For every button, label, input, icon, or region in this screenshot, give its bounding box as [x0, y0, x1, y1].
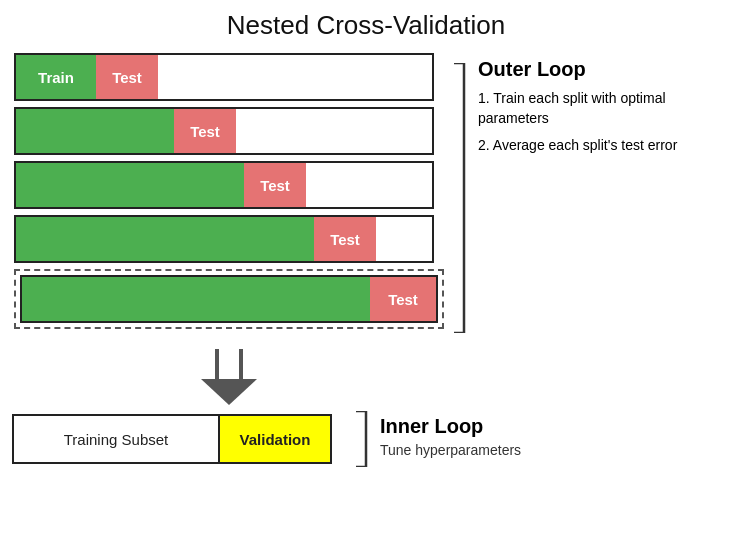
outer-bracket	[450, 53, 468, 343]
bottom-bar: Training Subset Validation	[12, 414, 332, 464]
outer-bar-3: Test	[14, 161, 434, 209]
train-segment-1: Train	[16, 55, 96, 99]
outer-loop-title: Outer Loop	[478, 58, 698, 81]
test-label-3: Test	[260, 177, 290, 194]
train-label-1: Train	[38, 69, 74, 86]
bars-container: Train Test Test Test	[14, 53, 444, 343]
dashed-box: Test	[14, 269, 444, 329]
inner-loop-title: Inner Loop	[380, 415, 521, 438]
train-segment-5	[22, 277, 370, 321]
inner-loop-info: Inner Loop Tune hyperparameters	[380, 411, 521, 458]
test-label-4: Test	[330, 231, 360, 248]
arrow-head	[201, 379, 257, 405]
outer-bar-5: Test	[20, 275, 438, 323]
validation-segment: Validation	[220, 416, 330, 462]
test-segment-2: Test	[174, 109, 236, 153]
test-segment-4: Test	[314, 217, 376, 261]
test-segment-5: Test	[370, 277, 436, 321]
empty-segment-4	[376, 217, 432, 261]
outer-bar-1: Train Test	[14, 53, 434, 101]
test-segment-3: Test	[244, 163, 306, 207]
empty-segment-1	[158, 55, 432, 99]
training-subset-segment: Training Subset	[14, 416, 220, 462]
test-segment-1: Test	[96, 55, 158, 99]
outer-loop-point2: 2. Average each split's test error	[478, 136, 698, 156]
outer-loop-info: Outer Loop 1. Train each split with opti…	[478, 53, 698, 164]
validation-label: Validation	[240, 431, 311, 448]
test-label-5: Test	[388, 291, 418, 308]
train-segment-4	[16, 217, 314, 261]
arrow-shaft	[215, 349, 243, 379]
empty-segment-2	[236, 109, 432, 153]
inner-loop-desc: Tune hyperparameters	[380, 442, 521, 458]
outer-bar-2: Test	[14, 107, 434, 155]
arrow-section	[14, 349, 444, 405]
outer-bar-4: Test	[14, 215, 434, 263]
training-subset-label: Training Subset	[64, 431, 169, 448]
train-segment-2	[16, 109, 174, 153]
test-label-1: Test	[112, 69, 142, 86]
page-title: Nested Cross-Validation	[0, 0, 732, 41]
outer-loop-point1: 1. Train each split with optimal paramet…	[478, 89, 698, 128]
inner-bracket-svg	[352, 411, 374, 467]
inner-loop-bracket-info: Inner Loop Tune hyperparameters	[352, 411, 521, 467]
empty-segment-3	[306, 163, 432, 207]
bottom-section: Training Subset Validation Inner Loop Tu…	[12, 411, 732, 467]
test-label-2: Test	[190, 123, 220, 140]
train-segment-3	[16, 163, 244, 207]
bracket-svg	[450, 63, 468, 333]
